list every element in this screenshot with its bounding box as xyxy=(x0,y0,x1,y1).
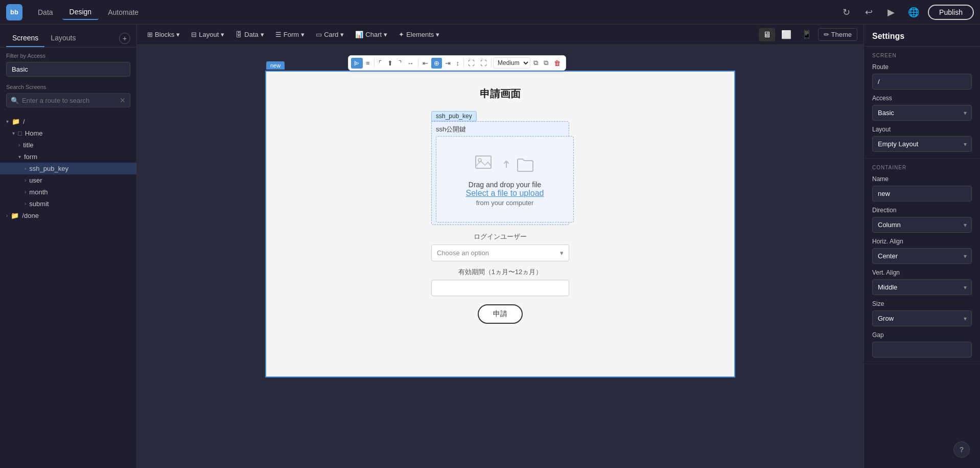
align-left-button[interactable]: ⇤ xyxy=(420,58,431,69)
folder-icon: 📁 xyxy=(11,212,19,219)
upload-icons xyxy=(475,152,535,174)
filter-access-select[interactable]: Basic Admin Public xyxy=(6,62,130,77)
copy-button[interactable]: ⧉ xyxy=(531,57,541,69)
mobile-view-button[interactable]: 📱 xyxy=(798,28,816,41)
align-stretch-h-button[interactable]: ↔ xyxy=(405,58,416,69)
theme-button[interactable]: ✏ Theme xyxy=(818,28,857,41)
card-icon: ▭ xyxy=(316,31,322,38)
globe-icon[interactable]: 🌐 xyxy=(905,4,922,20)
canvas-container: ⫸ ≡ ⌜ ⬆ ⌝ ↔ ⇤ ⊕ ⇥ ↕ ⛶ ⛶ xyxy=(265,55,735,458)
refresh-icon[interactable]: ↻ xyxy=(838,4,854,20)
align-top-right-button[interactable]: ⌝ xyxy=(396,58,404,69)
canvas-frame: new 申請画面 ssh_pub_key ssh公開鍵 xyxy=(265,71,735,377)
add-screen-button[interactable]: + xyxy=(119,33,130,44)
desktop-view-button[interactable]: 🖥 xyxy=(759,28,775,41)
upload-subtext: from your computer xyxy=(476,199,534,207)
toolbar-separator xyxy=(374,58,375,68)
tree-item-ssh-pub-key[interactable]: › ssh_pub_key xyxy=(0,163,136,174)
field-highlight-label: ssh_pub_key xyxy=(431,111,477,121)
file-upload-box[interactable]: Drag and drop your file Select a file to… xyxy=(436,136,574,222)
shrink-button[interactable]: ⛶ xyxy=(465,58,477,69)
data-icon: 🗄 xyxy=(236,31,242,38)
nav-tab-design[interactable]: Design xyxy=(62,5,99,20)
chevron-down-icon: ▾ xyxy=(6,119,9,124)
delete-button[interactable]: 🗑 xyxy=(551,58,563,69)
login-dropdown[interactable]: Choose an option ▾ xyxy=(431,244,569,261)
image-icon xyxy=(475,152,497,174)
canvas-size-select[interactable]: Medium Large Small xyxy=(493,57,530,69)
nav-tab-automate[interactable]: Automate xyxy=(101,5,146,20)
canvas-scroll[interactable]: ⫸ ≡ ⌜ ⬆ ⌝ ↔ ⇤ ⊕ ⇥ ↕ ⛶ ⛶ xyxy=(137,45,864,468)
period-label: 有効期間（1ヵ月〜12ヵ月） xyxy=(458,268,543,277)
chevron-down-icon: ▾ xyxy=(176,31,180,38)
tree-item-user[interactable]: › user xyxy=(0,174,136,186)
undo-icon[interactable]: ↩ xyxy=(860,4,877,20)
filter-label: Filter by Access xyxy=(6,53,130,59)
layout-select[interactable]: Empty Layout Default Layout xyxy=(872,136,972,152)
submit-button[interactable]: 申請 xyxy=(478,304,523,324)
horiz-align-select[interactable]: Center Start End Stretch xyxy=(872,248,972,264)
publish-button[interactable]: Publish xyxy=(928,5,974,20)
period-input[interactable] xyxy=(431,280,569,296)
align-top-center-button[interactable]: ⬆ xyxy=(385,58,395,69)
size-select-wrapper: Grow Shrink Fixed xyxy=(872,310,972,326)
chevron-down-icon: ▾ xyxy=(340,31,344,38)
dropdown-placeholder: Choose an option xyxy=(437,249,489,257)
theme-icon: ✏ xyxy=(824,31,829,38)
tree-item-title[interactable]: › title xyxy=(0,139,136,151)
align-rows-button[interactable]: ≡ xyxy=(363,58,372,69)
tree-item-month[interactable]: › month xyxy=(0,186,136,198)
vert-align-label: Vert. Align xyxy=(872,269,972,276)
chevron-right-icon: › xyxy=(25,189,26,195)
help-button[interactable]: ? xyxy=(953,441,970,458)
nav-tabs: Data Design Automate xyxy=(31,5,146,20)
search-input[interactable] xyxy=(22,97,120,104)
access-select[interactable]: Basic Admin Public xyxy=(872,105,972,121)
search-icon: 🔍 xyxy=(11,97,19,104)
chevron-down-icon: ▾ xyxy=(221,31,224,38)
route-label: Route xyxy=(872,63,972,71)
tree-item-home[interactable]: ▾ □ Home xyxy=(0,127,136,139)
chevron-right-icon: › xyxy=(25,166,26,171)
play-icon[interactable]: ▶ xyxy=(883,4,899,20)
search-clear-button[interactable]: ✕ xyxy=(120,96,126,104)
access-select-wrapper: Basic Admin Public xyxy=(872,105,972,121)
app-logo: bb xyxy=(6,4,22,20)
tree-item-root[interactable]: ▾ 📁 / xyxy=(0,116,136,127)
elements-menu[interactable]: ✦ Elements ▾ xyxy=(394,29,444,40)
layout-menu[interactable]: ⊟ Layout ▾ xyxy=(187,29,228,40)
layout-icon: ⊟ xyxy=(191,31,197,38)
nav-tab-data[interactable]: Data xyxy=(31,5,60,20)
chevron-down-icon: ▾ xyxy=(436,31,439,38)
tree-item-submit[interactable]: › submit xyxy=(0,198,136,210)
align-stretch-v-button[interactable]: ↕ xyxy=(454,58,462,69)
blocks-icon: ⊞ xyxy=(147,31,153,38)
sidebar-tab-layouts[interactable]: Layouts xyxy=(44,30,82,47)
vert-align-select[interactable]: Middle Top Bottom xyxy=(872,279,972,295)
select-file-link[interactable]: Select a file to upload xyxy=(466,189,544,198)
direction-select[interactable]: Column Row xyxy=(872,217,972,233)
sidebar-tab-screens[interactable]: Screens xyxy=(6,30,44,47)
duplicate-button[interactable]: ⧉ xyxy=(541,57,551,69)
card-menu[interactable]: ▭ Card ▾ xyxy=(312,29,348,40)
align-center-button[interactable]: ⊕ xyxy=(431,58,442,69)
tree-item-form[interactable]: ▾ form xyxy=(0,151,136,163)
chart-menu[interactable]: 📊 Chart ▾ xyxy=(351,29,391,40)
align-right-button[interactable]: ⇥ xyxy=(442,58,453,69)
tree-item-done[interactable]: › 📁 /done xyxy=(0,210,136,221)
tablet-view-button[interactable]: ⬜ xyxy=(777,28,796,41)
expand-button[interactable]: ⛶ xyxy=(478,58,489,69)
ssh-pub-key-field: ssh_pub_key ssh公開鍵 xyxy=(431,111,569,225)
chevron-right-icon: › xyxy=(18,142,20,148)
data-menu[interactable]: 🗄 Data ▾ xyxy=(231,29,268,40)
name-input[interactable] xyxy=(872,186,972,202)
size-select[interactable]: Grow Shrink Fixed xyxy=(872,310,972,326)
blocks-menu[interactable]: ⊞ Blocks ▾ xyxy=(143,29,184,40)
drag-drop-text: Drag and drop your file xyxy=(469,181,541,189)
align-top-left-button[interactable]: ⌜ xyxy=(376,58,384,69)
svg-rect-0 xyxy=(476,156,491,168)
gap-input[interactable] xyxy=(872,342,972,358)
align-columns-button[interactable]: ⫸ xyxy=(351,58,363,69)
form-menu[interactable]: ☰ Form ▾ xyxy=(271,29,309,40)
route-input[interactable] xyxy=(872,74,972,90)
